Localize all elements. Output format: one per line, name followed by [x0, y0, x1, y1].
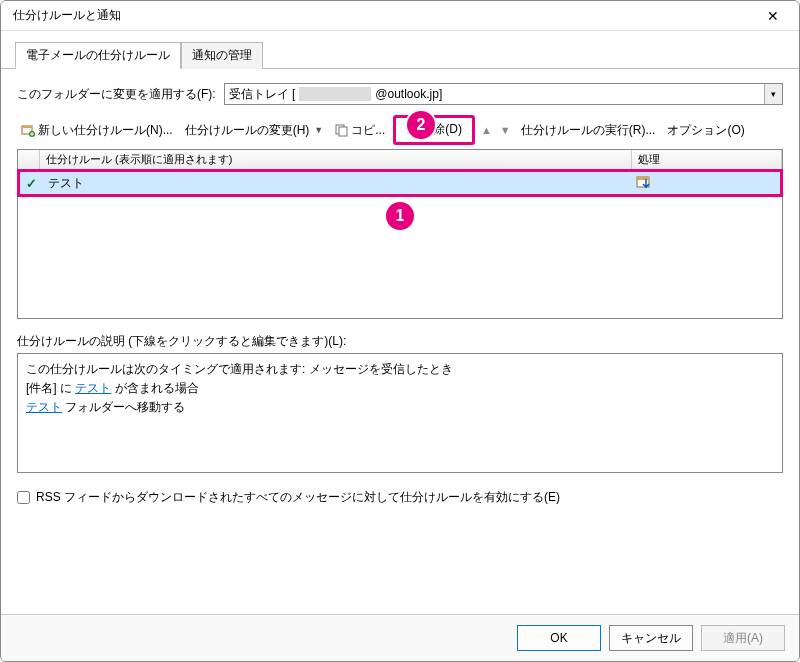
apply-folder-row: このフォルダーに変更を適用する(F): 受信トレイ [ @outlook.jp]…: [17, 83, 783, 105]
rule-checkbox[interactable]: ✓: [20, 175, 42, 192]
check-icon: ✓: [26, 176, 37, 191]
rss-checkbox-row: RSS フィードからダウンロードされたすべてのメッセージに対して仕分けルールを有…: [17, 489, 783, 506]
new-rule-icon: [21, 123, 35, 137]
close-icon: ✕: [767, 8, 779, 24]
rule-action-icon: [630, 174, 780, 192]
window-title: 仕分けルールと通知: [13, 7, 121, 24]
rules-header-check[interactable]: [18, 150, 40, 169]
rules-header-action[interactable]: 処理: [632, 150, 782, 169]
callout-badge-2: 2: [407, 111, 435, 139]
content-area: このフォルダーに変更を適用する(F): 受信トレイ [ @outlook.jp]…: [1, 69, 799, 514]
run-rules-label: 仕分けルールの実行(R)...: [521, 122, 656, 139]
move-down-button[interactable]: ▼: [498, 124, 513, 136]
description-line-3: テスト フォルダーへ移動する: [26, 398, 774, 417]
chevron-down-icon: ▼: [314, 125, 323, 135]
apply-button[interactable]: 適用(A): [701, 625, 785, 651]
copy-icon: [335, 124, 348, 137]
chevron-down-icon: ▾: [771, 89, 776, 99]
change-rule-label: 仕分けルールの変更(H): [185, 122, 310, 139]
options-label: オプション(O): [667, 122, 744, 139]
rules-header-name[interactable]: 仕分けルール (表示順に適用されます): [40, 150, 632, 169]
apply-folder-label: このフォルダーに変更を適用する(F):: [17, 86, 216, 103]
tab-strip: 電子メールの仕分けルール 通知の管理: [1, 31, 799, 69]
description-subject-link[interactable]: テスト: [75, 381, 111, 395]
close-button[interactable]: ✕: [755, 4, 791, 28]
rss-checkbox-label: RSS フィードからダウンロードされたすべてのメッセージに対して仕分けルールを有…: [36, 489, 560, 506]
folder-value-suffix: @outlook.jp]: [375, 87, 442, 101]
description-line-1: この仕分けルールは次のタイミングで適用されます: メッセージを受信したとき: [26, 360, 774, 379]
rules-list: 仕分けルール (表示順に適用されます) 処理 ✓ テスト 1: [17, 149, 783, 319]
rules-row[interactable]: ✓ テスト: [20, 172, 780, 194]
titlebar: 仕分けルールと通知 ✕: [1, 1, 799, 31]
move-up-button[interactable]: ▲: [479, 124, 494, 136]
new-rule-button[interactable]: 新しい仕分けルール(N)...: [17, 120, 177, 141]
copy-rule-label: コピ...: [351, 122, 385, 139]
rules-row-highlight: ✓ テスト: [17, 169, 783, 197]
rss-checkbox[interactable]: [17, 491, 30, 504]
tab-email-rules[interactable]: 電子メールの仕分けルール: [15, 42, 181, 69]
description-box: この仕分けルールは次のタイミングで適用されます: メッセージを受信したとき [件…: [17, 353, 783, 473]
svg-rect-4: [339, 127, 347, 136]
change-rule-button[interactable]: 仕分けルールの変更(H) ▼: [181, 120, 328, 141]
new-rule-label: 新しい仕分けルール(N)...: [38, 122, 173, 139]
rule-name: テスト: [42, 174, 630, 193]
tab-manage-alerts[interactable]: 通知の管理: [181, 42, 263, 69]
svg-rect-1: [22, 126, 32, 128]
description-folder-link[interactable]: テスト: [26, 400, 62, 414]
folder-value-masked: [299, 87, 371, 101]
ok-button[interactable]: OK: [517, 625, 601, 651]
svg-rect-6: [637, 177, 649, 180]
description-label: 仕分けルールの説明 (下線をクリックすると編集できます)(L):: [17, 333, 783, 350]
cancel-button[interactable]: キャンセル: [609, 625, 693, 651]
options-button[interactable]: オプション(O): [663, 120, 748, 141]
folder-dropdown-button[interactable]: ▾: [764, 84, 782, 104]
rules-toolbar: 新しい仕分けルール(N)... 仕分けルールの変更(H) ▼ コピ... 削除(…: [17, 115, 783, 145]
folder-value-prefix: 受信トレイ [: [229, 86, 296, 103]
folder-select[interactable]: 受信トレイ [ @outlook.jp] ▾: [224, 83, 783, 105]
run-rules-button[interactable]: 仕分けルールの実行(R)...: [517, 120, 660, 141]
description-line-2: [件名] に テスト が含まれる場合: [26, 379, 774, 398]
rules-list-header: 仕分けルール (表示順に適用されます) 処理: [18, 150, 782, 170]
copy-rule-button[interactable]: コピ...: [331, 120, 389, 141]
callout-badge-1: 1: [386, 202, 414, 230]
dialog-footer: OK キャンセル 適用(A): [1, 614, 799, 661]
